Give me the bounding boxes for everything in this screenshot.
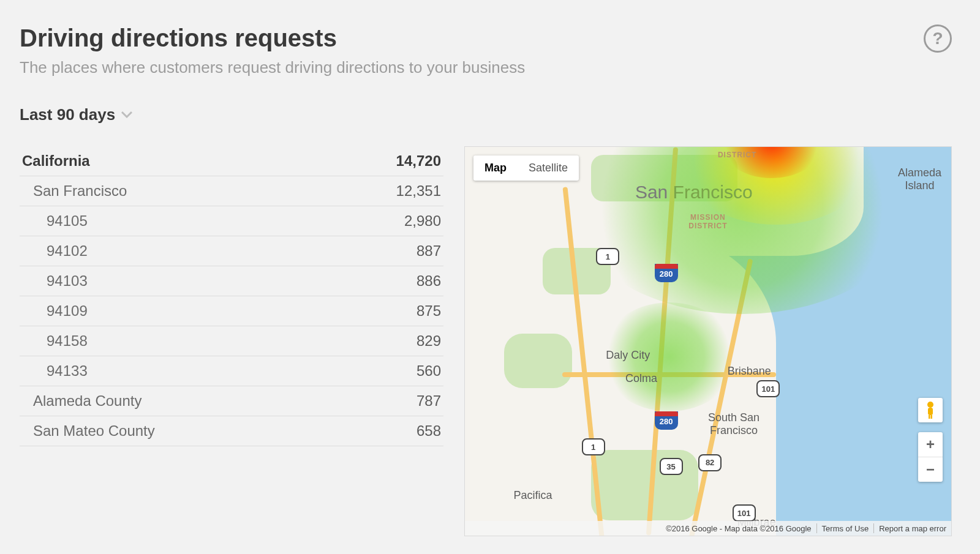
map-label-san-francisco: San Francisco <box>635 182 753 203</box>
location-value: 829 <box>331 326 443 356</box>
location-name: San Francisco <box>20 176 331 206</box>
location-value: 658 <box>331 416 443 446</box>
svg-rect-1 <box>928 408 933 415</box>
question-icon: ? <box>932 29 943 48</box>
route-shield-us101: 101 <box>756 380 780 397</box>
location-name: 94105 <box>20 206 331 236</box>
location-value: 12,351 <box>331 176 443 206</box>
table-row[interactable]: California14,720 <box>20 146 443 176</box>
location-value: 14,720 <box>331 146 443 176</box>
route-shield-us101: 101 <box>733 504 756 522</box>
route-shield-ca35: 35 <box>660 458 683 475</box>
map-label-alameda: Alameda Island <box>898 167 941 192</box>
table-row[interactable]: 941052,980 <box>20 206 443 236</box>
map-type-control: Map Satellite <box>473 155 579 181</box>
map-type-map[interactable]: Map <box>473 155 518 181</box>
route-shield-i280: 280 <box>655 264 678 282</box>
table-row[interactable]: 94133560 <box>20 356 443 386</box>
terms-link[interactable]: Terms of Use <box>822 524 869 533</box>
heatmap[interactable]: San Francisco DISTRICT MISSION DISTRICT … <box>464 146 952 536</box>
page-title: Driving directions requests <box>20 24 952 52</box>
map-label-daly-city: Daly City <box>606 349 650 362</box>
date-range-label: Last 90 days <box>20 105 115 124</box>
chevron-down-icon <box>121 111 132 119</box>
map-label-mission-district: MISSION DISTRICT <box>688 213 727 230</box>
map-label-colma: Colma <box>625 372 657 385</box>
location-value: 887 <box>331 236 443 266</box>
location-name: California <box>20 146 331 176</box>
map-type-satellite[interactable]: Satellite <box>518 155 579 181</box>
route-shield-us1: 1 <box>596 248 619 265</box>
location-name: 94109 <box>20 296 331 326</box>
table-row[interactable]: 94103886 <box>20 266 443 296</box>
location-value: 875 <box>331 296 443 326</box>
map-label-district: DISTRICT <box>718 151 756 159</box>
svg-point-0 <box>927 402 933 408</box>
table-row[interactable]: San Mateo County658 <box>20 416 443 446</box>
map-label-brisbane: Brisbane <box>728 365 771 378</box>
zoom-control: + − <box>918 432 943 482</box>
location-name: 94158 <box>20 326 331 356</box>
map-park <box>504 334 572 388</box>
map-attribution: ©2016 Google - Map data ©2016 Google Ter… <box>465 521 951 536</box>
location-name: 94103 <box>20 266 331 296</box>
location-name: 94102 <box>20 236 331 266</box>
table-row[interactable]: 94158829 <box>20 326 443 356</box>
location-value: 787 <box>331 386 443 416</box>
table-row[interactable]: Alameda County787 <box>20 386 443 416</box>
zoom-in-button[interactable]: + <box>918 432 943 457</box>
table-row[interactable]: 94109875 <box>20 296 443 326</box>
streetview-pegman[interactable] <box>918 398 943 422</box>
location-value: 2,980 <box>331 206 443 236</box>
location-name: 94133 <box>20 356 331 386</box>
table-row[interactable]: San Francisco12,351 <box>20 176 443 206</box>
page-subtitle: The places where customers request drivi… <box>20 58 952 77</box>
svg-rect-2 <box>929 415 930 419</box>
route-shield-ca82: 82 <box>698 454 722 471</box>
map-label-pacifica: Pacifica <box>513 489 552 502</box>
report-error-link[interactable]: Report a map error <box>879 524 946 533</box>
route-shield-i280: 280 <box>655 411 678 430</box>
date-range-selector[interactable]: Last 90 days <box>20 105 952 124</box>
attribution-text: ©2016 Google - Map data ©2016 Google <box>661 524 816 533</box>
table-row[interactable]: 94102887 <box>20 236 443 266</box>
map-label-south-sf: South San Francisco <box>708 411 760 437</box>
pegman-icon <box>924 401 937 419</box>
help-button[interactable]: ? <box>924 24 952 53</box>
svg-rect-3 <box>931 415 933 419</box>
zoom-out-button[interactable]: − <box>918 457 943 482</box>
location-value: 886 <box>331 266 443 296</box>
location-name: Alameda County <box>20 386 331 416</box>
locations-table: California14,720San Francisco12,35194105… <box>20 146 443 446</box>
location-value: 560 <box>331 356 443 386</box>
location-name: San Mateo County <box>20 416 331 446</box>
route-shield-us1: 1 <box>582 438 605 455</box>
